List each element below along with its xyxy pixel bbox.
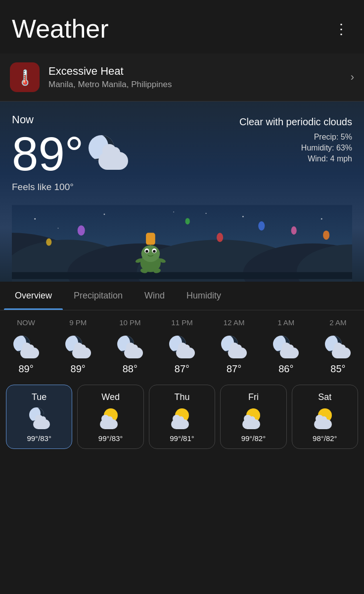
hour-temp-1: 89° bbox=[71, 363, 86, 375]
hour-temp-4: 87° bbox=[227, 363, 241, 375]
hour-icon-3 bbox=[169, 336, 195, 358]
day-icon-1 bbox=[100, 407, 122, 429]
hour-icon-0 bbox=[13, 336, 39, 358]
tab-overview[interactable]: Overview bbox=[4, 282, 63, 310]
sm-cloud-6 bbox=[332, 347, 351, 358]
svg-point-22 bbox=[58, 228, 59, 229]
tab-humidity[interactable]: Humidity bbox=[176, 282, 232, 310]
feels-like: Feels like 100° bbox=[12, 182, 352, 193]
svg-point-15 bbox=[323, 231, 329, 240]
svg-point-10 bbox=[78, 225, 85, 236]
sm-cloud-1 bbox=[72, 347, 91, 358]
tab-precipitation[interactable]: Precipitation bbox=[63, 282, 134, 310]
svg-point-20 bbox=[321, 218, 322, 220]
day-icon-4 bbox=[314, 407, 336, 429]
day-temps-2: 99°/81° bbox=[170, 434, 194, 443]
day-temps-4: 98°/82° bbox=[313, 434, 337, 443]
hour-label-2: 10 PM bbox=[119, 318, 140, 327]
hour-label-5: 1 AM bbox=[277, 318, 294, 327]
svg-rect-7 bbox=[12, 272, 352, 279]
hour-col-5: 1 AM 86° bbox=[260, 318, 312, 375]
svg-point-21 bbox=[173, 211, 174, 212]
hour-col-1: 9 PM 89° bbox=[52, 318, 104, 375]
day-temps-3: 99°/82° bbox=[241, 434, 266, 443]
svg-point-25 bbox=[141, 246, 160, 262]
tab-wind[interactable]: Wind bbox=[134, 282, 176, 310]
tab-bar: Overview Precipitation Wind Humidity bbox=[0, 282, 364, 310]
hour-col-2: 10 PM 88° bbox=[104, 318, 156, 375]
hour-label-6: 2 AM bbox=[329, 318, 346, 327]
day-cloud-icon-4 bbox=[314, 419, 332, 429]
svg-point-17 bbox=[34, 218, 36, 220]
app-header: Weather ⋮ bbox=[0, 0, 364, 53]
wind-detail: Wind: 4 mph bbox=[239, 154, 352, 163]
svg-rect-8 bbox=[146, 233, 155, 245]
hour-col-0: NOW 89° bbox=[0, 318, 52, 375]
day-card-thu[interactable]: Thu 99°/81° bbox=[149, 385, 215, 449]
current-weather-section: Now 89° Feels like 100° Clear with perio… bbox=[0, 101, 364, 282]
hourly-times-row: NOW 89° 9 PM 89° 10 PM 88° 11 PM bbox=[0, 310, 364, 375]
svg-point-11 bbox=[258, 221, 265, 231]
hour-label-3: 11 PM bbox=[171, 318, 192, 327]
hour-temp-0: 89° bbox=[18, 363, 33, 375]
weather-condition: Clear with periodic clouds bbox=[239, 116, 352, 128]
hour-col-3: 11 PM 87° bbox=[156, 318, 208, 375]
day-temps-1: 99°/83° bbox=[98, 434, 123, 443]
sm-cloud-4 bbox=[228, 347, 247, 358]
alert-arrow-icon: › bbox=[351, 71, 354, 84]
sm-cloud-0 bbox=[20, 347, 39, 358]
hour-label-1: 9 PM bbox=[69, 318, 87, 327]
moon-cloud-icon bbox=[89, 135, 128, 170]
svg-point-19 bbox=[242, 216, 244, 217]
day-icon-2 bbox=[171, 407, 193, 429]
day-cloud-icon-3 bbox=[242, 419, 260, 429]
menu-button[interactable]: ⋮ bbox=[330, 17, 352, 41]
day-name-2: Thu bbox=[175, 392, 190, 402]
hour-label-4: 12 AM bbox=[224, 318, 245, 327]
hour-icon-2 bbox=[117, 336, 143, 358]
hourly-section: NOW 89° 9 PM 89° 10 PM 88° 11 PM bbox=[0, 310, 364, 375]
alert-title: Excessive Heat bbox=[48, 65, 346, 78]
sm-cloud-3 bbox=[176, 347, 195, 358]
svg-point-29 bbox=[153, 250, 156, 253]
svg-point-27 bbox=[145, 250, 148, 253]
hour-temp-3: 87° bbox=[175, 363, 189, 375]
day-name-4: Sat bbox=[318, 392, 331, 402]
humidity-detail: Humidity: 63% bbox=[239, 144, 352, 152]
day-card-sat[interactable]: Sat 98°/82° bbox=[292, 385, 358, 449]
day-card-tue[interactable]: Tue 99°/83° bbox=[6, 385, 72, 449]
day-cloud-icon bbox=[33, 419, 50, 429]
hour-icon-1 bbox=[65, 336, 91, 358]
day-name-0: Tue bbox=[32, 392, 46, 402]
weather-details: Clear with periodic clouds Precip: 5% Hu… bbox=[239, 116, 352, 165]
hour-icon-6 bbox=[325, 336, 351, 358]
sm-cloud-2 bbox=[124, 347, 143, 358]
day-card-wed[interactable]: Wed 99°/83° bbox=[77, 385, 143, 449]
day-icon-0 bbox=[28, 407, 50, 429]
hour-icon-4 bbox=[221, 336, 247, 358]
hour-temp-6: 85° bbox=[330, 363, 345, 375]
day-icon-3 bbox=[242, 407, 264, 429]
alert-location: Manila, Metro Manila, Philippines bbox=[48, 80, 346, 90]
day-cloud-icon-2 bbox=[171, 419, 189, 429]
alert-banner[interactable]: 🌡️ Excessive Heat Manila, Metro Manila, … bbox=[0, 53, 364, 101]
day-name-1: Wed bbox=[101, 392, 120, 402]
hour-temp-2: 88° bbox=[123, 363, 137, 375]
svg-point-12 bbox=[217, 233, 223, 242]
alert-text: Excessive Heat Manila, Metro Manila, Phi… bbox=[48, 65, 346, 90]
thermometer-icon: 🌡️ bbox=[16, 69, 34, 86]
sm-cloud-5 bbox=[280, 347, 299, 358]
svg-point-18 bbox=[104, 214, 105, 215]
hour-col-6: 2 AM 85° bbox=[312, 318, 364, 375]
current-temperature: 89° bbox=[12, 130, 84, 178]
hour-icon-5 bbox=[273, 336, 299, 358]
day-temps-0: 99°/83° bbox=[27, 434, 51, 443]
cloud-shape bbox=[98, 152, 128, 170]
svg-point-23 bbox=[205, 213, 206, 214]
day-cloud-icon-1 bbox=[100, 419, 118, 429]
hour-temp-5: 86° bbox=[278, 363, 293, 375]
svg-point-13 bbox=[291, 226, 297, 235]
svg-point-14 bbox=[46, 239, 51, 246]
day-card-fri[interactable]: Fri 99°/82° bbox=[220, 385, 286, 449]
precip-detail: Precip: 5% bbox=[239, 133, 352, 142]
